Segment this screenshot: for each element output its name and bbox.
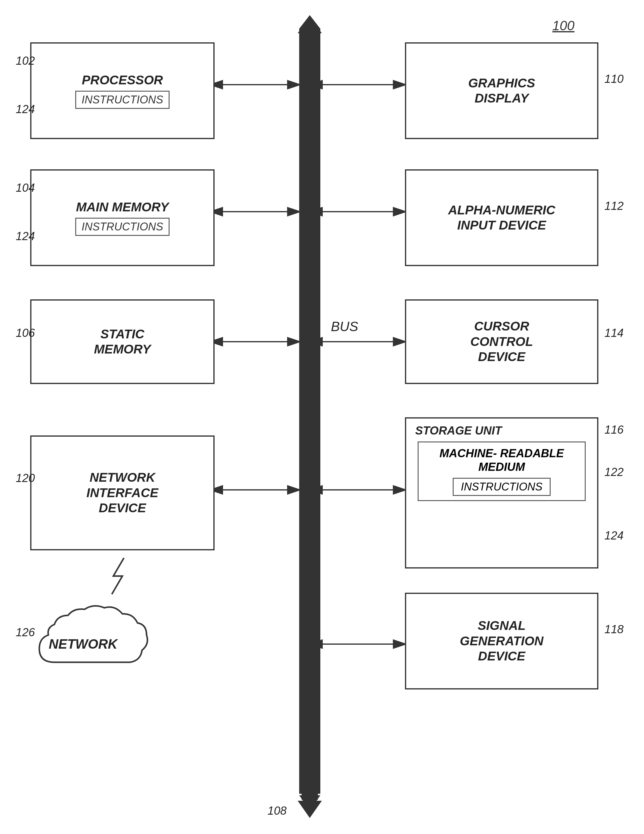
ref-124-processor: 124 — [16, 103, 35, 116]
ref-124-main: 124 — [16, 230, 35, 243]
storage-instructions-box: INSTRUCTIONS — [453, 478, 550, 496]
processor-inner-box: INSTRUCTIONS — [75, 91, 169, 109]
svg-marker-18 — [298, 801, 322, 818]
lightning-bolt — [106, 556, 136, 596]
svg-marker-16 — [298, 17, 322, 33]
ref-102: 102 — [16, 55, 35, 68]
network-interface-box: NETWORK INTERFACE DEVICE — [30, 435, 215, 550]
main-memory-inner-box: INSTRUCTIONS — [75, 218, 169, 236]
ref-110: 110 — [604, 73, 623, 86]
svg-text:NETWORK: NETWORK — [48, 637, 118, 651]
ref-106: 106 — [16, 326, 35, 339]
static-memory-box: STATIC MEMORY — [30, 299, 215, 384]
main-memory-label: MAIN MEMORY — [76, 200, 169, 215]
ref-114: 114 — [604, 326, 623, 339]
graphics-display-label: GRAPHICS DISPLAY — [468, 76, 535, 106]
processor-instructions-label: INSTRUCTIONS — [82, 94, 163, 106]
main-memory-box: MAIN MEMORY INSTRUCTIONS — [30, 169, 215, 266]
alpha-numeric-label: ALPHA-NUMERIC INPUT DEVICE — [448, 203, 555, 233]
ref-116: 116 — [604, 423, 623, 436]
main-memory-instructions-label: INSTRUCTIONS — [82, 220, 163, 233]
static-memory-label: STATIC MEMORY — [94, 326, 151, 357]
network-cloud: NETWORK — [30, 602, 157, 680]
machine-readable-box: MACHINE- READABLE MEDIUM INSTRUCTIONS — [418, 441, 586, 501]
cursor-control-label: CURSOR CONTROL DEVICE — [470, 319, 533, 364]
ref-118: 118 — [604, 623, 623, 636]
ref-126: 126 — [16, 626, 35, 639]
signal-generation-box: SIGNAL GENERATION DEVICE — [405, 593, 598, 689]
bus-label: BUS — [331, 319, 358, 334]
ref-124-storage: 124 — [604, 529, 623, 542]
ref-104: 104 — [16, 181, 35, 194]
signal-generation-label: SIGNAL GENERATION DEVICE — [460, 618, 544, 664]
svg-rect-17 — [302, 32, 318, 800]
diagram-ref-label: 100 — [552, 18, 575, 33]
graphics-display-box: GRAPHICS DISPLAY — [405, 42, 598, 139]
ref-122: 122 — [604, 465, 623, 479]
alpha-numeric-box: ALPHA-NUMERIC INPUT DEVICE — [405, 169, 598, 266]
storage-instructions-label: INSTRUCTIONS — [461, 480, 542, 493]
processor-box: PROCESSOR INSTRUCTIONS — [30, 42, 215, 139]
cursor-control-box: CURSOR CONTROL DEVICE — [405, 299, 598, 384]
diagram: 100 BUS (double-headed) --> — [0, 0, 644, 834]
ref-112: 112 — [604, 200, 623, 213]
storage-unit-box: STORAGE UNIT MACHINE- READABLE MEDIUM IN… — [405, 417, 598, 569]
storage-unit-label: STORAGE UNIT — [412, 424, 502, 438]
bus-ref-108: 108 — [268, 804, 286, 817]
bus-arrow — [296, 15, 323, 819]
processor-label: PROCESSOR — [82, 73, 163, 88]
ref-120: 120 — [16, 472, 35, 485]
network-interface-label: NETWORK INTERFACE DEVICE — [86, 470, 158, 516]
machine-readable-label: MACHINE- READABLE MEDIUM — [423, 447, 581, 474]
